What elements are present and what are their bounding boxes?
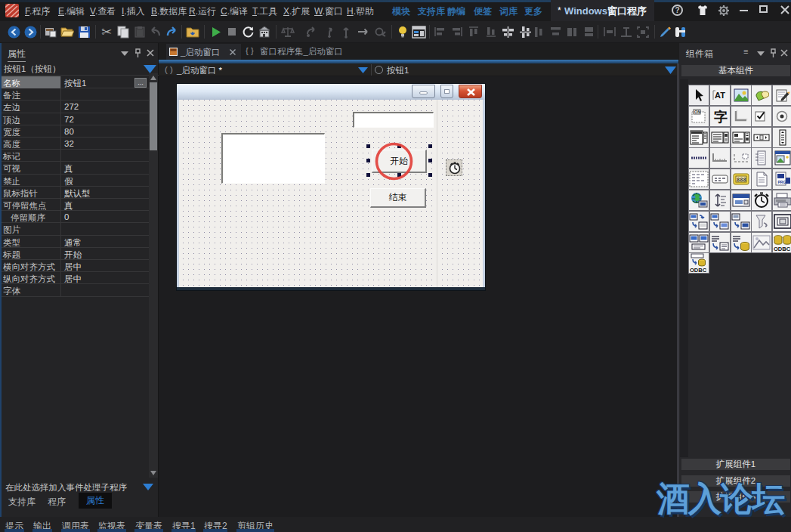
svg-text:ODBC: ODBC — [774, 246, 791, 252]
svg-text:PRG: PRG — [778, 180, 786, 184]
svg-text:ODBC: ODBC — [690, 267, 707, 273]
svg-text:888: 888 — [737, 177, 746, 183]
svg-text:字: 字 — [714, 110, 728, 124]
svg-text:ON: ON — [694, 110, 700, 114]
svg-text:AT: AT — [715, 91, 725, 100]
